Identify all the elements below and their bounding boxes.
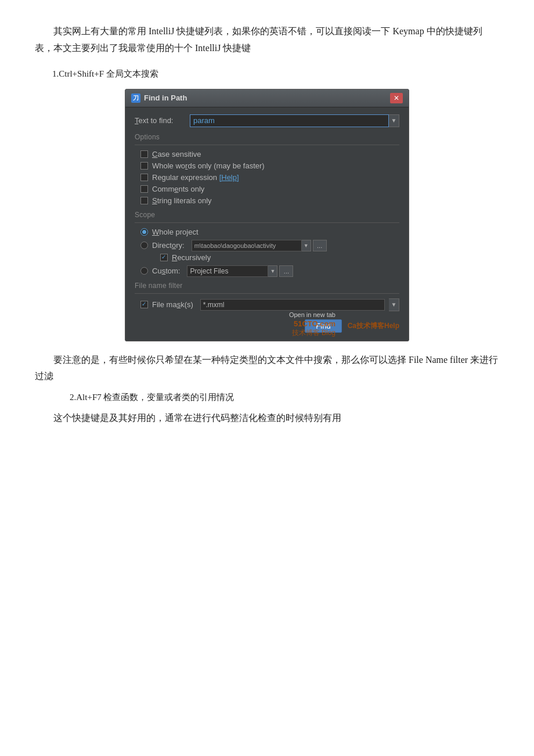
text-to-find-row: Text to find: ▼: [135, 114, 399, 127]
custom-input[interactable]: [187, 265, 268, 277]
recursively-row: Recursively: [135, 253, 399, 262]
whole-project-radio[interactable]: [140, 228, 148, 236]
whole-project-label: Whole project: [152, 228, 199, 236]
case-sensitive-checkbox[interactable]: [140, 150, 148, 158]
recursively-label: Recursively: [172, 253, 211, 262]
bottom-section: 要注意的是，有些时候你只希望在某一种特定类型的文本文件中搜索，那么你可以选择 F…: [35, 352, 499, 427]
file-mask-dropdown[interactable]: ▼: [389, 298, 399, 311]
directory-row: Directory: ▼ ...: [135, 240, 399, 251]
regex-checkbox[interactable]: [140, 174, 148, 181]
file-mask-checkbox[interactable]: [140, 301, 148, 308]
dialog-titlebar: 刀 Find in Path ✕: [125, 89, 409, 107]
text-to-find-dropdown[interactable]: ▼: [389, 114, 399, 127]
file-mask-row: File mask(s) ▼: [135, 298, 399, 311]
custom-label: Custom:: [152, 267, 180, 275]
directory-label: Directory:: [152, 241, 185, 250]
comments-row: Comments only: [135, 185, 399, 193]
options-divider: [135, 145, 399, 145]
string-literals-checkbox[interactable]: [140, 197, 148, 204]
dialog-title-area: 刀 Find in Path: [131, 93, 187, 103]
custom-dropdown[interactable]: ▼: [268, 265, 277, 277]
dialog-title-text: Find in Path: [144, 93, 187, 102]
file-filter-divider: [135, 293, 399, 294]
regex-help-link[interactable]: [Help]: [219, 173, 239, 182]
directory-radio[interactable]: [140, 242, 148, 249]
regex-row: Regular expression [Help]: [135, 173, 399, 182]
file-filter-header: File name filter: [135, 282, 399, 290]
case-sensitive-label: Case sensitive: [152, 150, 201, 159]
custom-radio[interactable]: [140, 267, 148, 275]
dialog-body: Text to find: ▼ Options Case sensitive W…: [125, 107, 409, 341]
text-to-find-input[interactable]: [190, 114, 389, 127]
case-sensitive-row: Case sensitive: [135, 150, 399, 159]
regex-label: Regular expression [Help]: [152, 173, 239, 182]
options-section-header: Options: [135, 133, 399, 141]
recursively-checkbox[interactable]: [160, 254, 168, 261]
section2-title: 2.Alt+F7 检查函数，变量或者类的引用情况: [52, 390, 499, 405]
cancel-help-text: Ca技术博客Help: [348, 321, 399, 331]
comments-label: Comments only: [152, 185, 204, 193]
string-literals-row: String literals only: [135, 196, 399, 205]
whole-words-label: Whole words only (may be faster): [152, 161, 265, 170]
text-to-find-label: Text to find:: [135, 116, 190, 125]
bottom-para1: 要注意的是，有些时候你只希望在某一种特定类型的文本文件中搜索，那么你可以选择 F…: [35, 352, 499, 386]
scope-section-header: Scope: [135, 211, 399, 219]
string-literals-label: String literals only: [152, 196, 212, 205]
file-mask-label: File mask(s): [152, 300, 193, 309]
find-in-path-dialog: 刀 Find in Path ✕ Text to find: ▼ Options…: [125, 89, 409, 341]
section1-title: 1.Ctrl+Shift+F 全局文本搜索: [52, 66, 499, 82]
file-mask-input[interactable]: [200, 299, 385, 311]
open-in-new-tab-label: Open in new tab: [289, 311, 335, 318]
dialog-wrapper: 刀 Find in Path ✕ Text to find: ▼ Options…: [35, 89, 499, 341]
watermark-blog: 技术博客 Blog: [289, 328, 335, 338]
directory-dropdown[interactable]: ▼: [302, 240, 311, 251]
dialog-app-icon: 刀: [131, 93, 140, 103]
custom-row: Custom: ▼ ...: [135, 265, 399, 277]
bottom-area: Open in new tab 51CTO.com 技术博客 Blog Find…: [135, 317, 399, 333]
whole-words-row: Whole words only (may be faster): [135, 161, 399, 170]
dialog-close-button[interactable]: ✕: [390, 93, 403, 103]
bottom-para2: 这个快捷键是及其好用的，通常在进行代码整洁化检查的时候特别有用: [35, 410, 499, 427]
whole-words-checkbox[interactable]: [140, 162, 148, 170]
whole-project-row: Whole project: [135, 228, 399, 236]
open-in-new-tab-area: Open in new tab 51CTO.com 技术博客 Blog: [289, 311, 335, 338]
dialog-bottom-bar: Find Ca技术博客Help: [135, 317, 399, 333]
comments-checkbox[interactable]: [140, 185, 148, 193]
directory-browse-btn[interactable]: ...: [313, 240, 327, 251]
watermark-51cto: 51CTO.com: [289, 319, 335, 328]
scope-divider: [135, 222, 399, 223]
directory-input[interactable]: [192, 240, 302, 251]
custom-browse-btn[interactable]: ...: [279, 265, 293, 277]
intro-paragraph: 其实网上有大量的常用 IntelliJ 快捷键列表，如果你的英语不错，可以直接阅…: [35, 23, 499, 57]
